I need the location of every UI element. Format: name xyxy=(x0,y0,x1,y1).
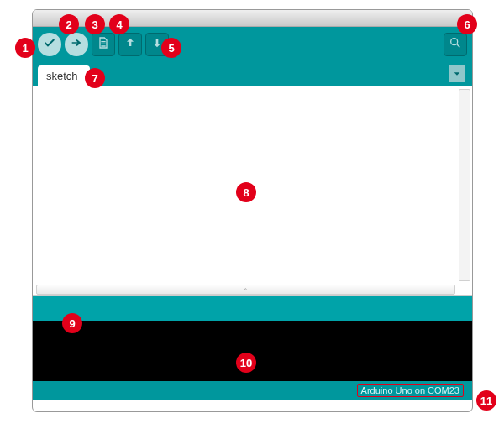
status-message-bar xyxy=(33,296,472,321)
callout-5: 5 xyxy=(161,38,181,58)
chevron-down-icon xyxy=(453,66,461,81)
callout-11: 11 xyxy=(476,390,496,411)
horizontal-scrollbar[interactable]: ^ xyxy=(36,285,455,295)
board-port-label: Arduino Uno on COM23 xyxy=(357,384,464,397)
sketch-tab[interactable]: sketch xyxy=(38,65,90,86)
new-sketch-button[interactable] xyxy=(92,33,115,56)
tab-menu-button[interactable] xyxy=(449,65,465,82)
callout-1: 1 xyxy=(15,38,35,58)
magnifier-icon xyxy=(449,36,462,53)
open-sketch-button[interactable] xyxy=(118,33,142,56)
arrow-up-icon xyxy=(123,36,137,53)
vertical-scrollbar[interactable] xyxy=(459,89,470,281)
check-icon xyxy=(43,36,56,53)
arrow-right-icon xyxy=(70,36,83,53)
callout-4: 4 xyxy=(109,14,129,34)
callout-6: 6 xyxy=(457,14,477,34)
output-console[interactable] xyxy=(33,321,472,381)
callout-2: 2 xyxy=(59,14,79,34)
file-icon xyxy=(97,36,110,53)
callout-7: 7 xyxy=(85,68,105,88)
callout-3: 3 xyxy=(85,14,105,34)
serial-monitor-button[interactable] xyxy=(444,33,467,56)
callout-9: 9 xyxy=(62,313,82,333)
sketch-tab-label: sketch xyxy=(46,70,78,82)
callout-8: 8 xyxy=(236,182,256,202)
svg-point-0 xyxy=(451,39,458,45)
footer-bar: Arduino Uno on COM23 xyxy=(33,381,472,400)
callout-10: 10 xyxy=(236,353,256,373)
verify-button[interactable] xyxy=(38,33,61,56)
upload-button[interactable] xyxy=(65,33,88,56)
